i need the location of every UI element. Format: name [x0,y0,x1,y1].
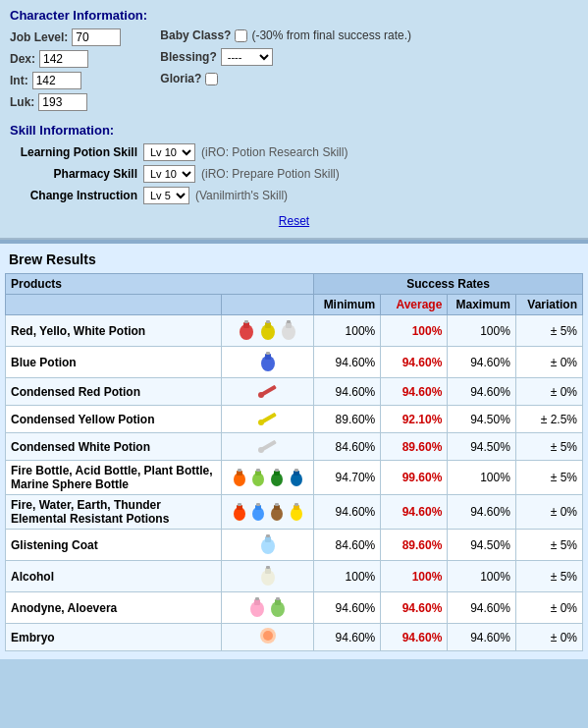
product-name: Glistening Coat [6,530,222,561]
pharmacy-note: (iRO: Prepare Potion Skill) [201,167,340,181]
header-average: Average [381,295,448,315]
reset-button[interactable]: Reset [279,214,309,228]
product-icons [221,315,313,347]
svg-rect-32 [238,503,241,506]
baby-class-note: (-30% from final success rate.) [251,28,411,42]
product-name: Embryo [6,624,222,651]
luk-input[interactable] [38,93,87,111]
svg-rect-35 [256,503,260,506]
svg-point-15 [258,420,264,425]
svg-point-17 [258,447,264,453]
avg-rate: 94.60% [381,347,448,378]
max-rate: 94.60% [448,495,516,530]
svg-rect-23 [256,469,260,472]
product-name: Blue Potion [6,347,222,378]
max-rate: 94.60% [448,347,516,378]
avg-rate: 89.60% [381,530,448,561]
product-icons [221,592,313,624]
avg-rate: 99.60% [381,461,448,495]
product-icons [221,347,313,378]
skill-info-title: Skill Information: [10,123,578,138]
reset-area: Reset [10,214,578,228]
pharmacy-label: Pharmacy Skill [10,167,137,181]
variation: ± 0% [515,347,582,378]
variation: ± 5% [515,561,582,592]
svg-rect-29 [294,469,298,472]
svg-point-13 [258,392,264,398]
blessing-select[interactable]: ---- Lv 1 Lv 5 Lv 10 [221,48,273,66]
product-icons [221,461,313,495]
header-products: Products [6,274,314,295]
table-row: Condensed White Potion 84.60% 89.60% 94.… [6,433,583,461]
max-rate: 100% [448,461,516,495]
table-row: Red, Yello, White Potion 100% 100% 100% … [6,315,583,347]
variation: ± 0% [515,495,582,530]
luk-label: Luk: [10,95,34,109]
learning-potion-label: Learning Potion Skill [10,145,137,159]
svg-rect-44 [266,534,270,537]
svg-rect-5 [266,320,270,323]
avg-rate: 89.60% [381,433,448,461]
svg-rect-26 [275,469,279,472]
product-name: Red, Yello, White Potion [6,315,222,347]
product-icons [221,406,313,433]
brew-results-title: Brew Results [5,252,583,267]
max-rate: 94.60% [448,624,516,651]
table-row: Fire, Water, Earth, Thunder Elemental Re… [6,495,583,530]
table-row: Condensed Red Potion 94.60% 94.60% 94.60… [6,378,583,406]
product-icons [221,433,313,461]
int-label: Int: [10,74,28,87]
product-name: Fire Bottle, Acid Bottle, Plant Bottle, … [6,461,222,495]
min-rate: 84.60% [314,530,381,561]
product-name: Alcohol [6,561,222,592]
header-icons [221,295,313,315]
max-rate: 94.50% [448,406,516,433]
svg-rect-11 [266,352,270,355]
variation: ± 2.5% [515,406,582,433]
change-instruction-note: (Vanilmirth's Skill) [195,189,288,202]
min-rate: 94.60% [314,378,381,406]
max-rate: 94.60% [448,378,516,406]
table-row: Glistening Coat 84.60% 89.60% 94.50% ± 5… [6,530,583,561]
baby-class-checkbox[interactable] [235,29,247,42]
avg-rate: 92.10% [381,406,448,433]
max-rate: 94.50% [448,433,516,461]
brew-results-table: Products Success Rates Minimum Average M… [5,273,583,651]
job-level-label: Job Level: [10,30,68,44]
left-stats: Job Level: Dex: Int: Luk: [10,28,121,115]
svg-point-55 [263,631,273,641]
table-row: Anodyne, Aloevera 94.60% 94.60% 94.60% ±… [6,592,583,624]
svg-rect-47 [266,566,270,569]
header-variation: Variation [515,295,582,315]
header-success-rates: Success Rates [314,274,583,295]
pharmacy-select[interactable]: Lv 10 Lv 1Lv 2Lv 3Lv 4 Lv 5Lv 6Lv 7Lv 8L… [143,165,195,183]
baby-class-label: Baby Class? [160,28,231,42]
svg-rect-41 [294,503,298,506]
max-rate: 94.50% [448,530,516,561]
int-input[interactable] [32,72,81,89]
variation: ± 5% [515,530,582,561]
variation: ± 5% [515,315,582,347]
learning-potion-select[interactable]: Lv 10 Lv 1Lv 2Lv 3Lv 4 Lv 5Lv 6Lv 7Lv 8L… [143,143,195,161]
job-level-input[interactable] [72,28,121,46]
variation: ± 5% [515,433,582,461]
variation: ± 0% [515,592,582,624]
avg-rate: 94.60% [381,592,448,624]
avg-rate: 94.60% [381,495,448,530]
gloria-checkbox[interactable] [205,73,218,85]
min-rate: 94.60% [314,592,381,624]
min-rate: 84.60% [314,433,381,461]
svg-rect-50 [255,597,259,600]
max-rate: 100% [448,561,516,592]
max-rate: 94.60% [448,592,516,624]
product-name: Fire, Water, Earth, Thunder Elemental Re… [6,495,222,530]
avg-rate: 100% [381,561,448,592]
avg-rate: 94.60% [381,624,448,651]
dex-input[interactable] [39,50,88,68]
max-rate: 100% [448,315,516,347]
char-info-title: Character Information: [10,8,578,23]
product-icons [221,624,313,651]
change-instruction-select[interactable]: Lv 5 Lv 1Lv 2Lv 3Lv 4 [143,187,189,204]
brew-results-section: Brew Results Products Success Rates Mini… [0,244,588,659]
avg-rate: 100% [381,315,448,347]
